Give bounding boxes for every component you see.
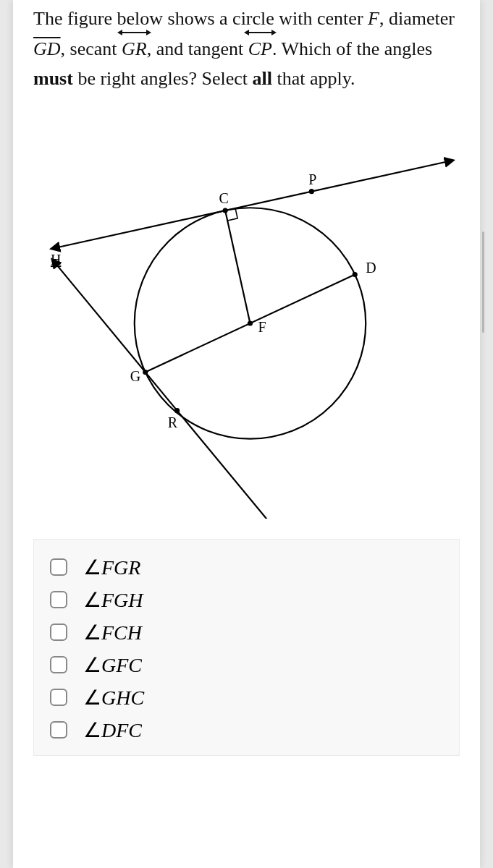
- option-fch[interactable]: ∠FCH: [50, 621, 443, 644]
- option-label: GHC: [101, 686, 144, 709]
- angle-symbol: ∠: [83, 654, 101, 676]
- label-R: R: [168, 414, 178, 430]
- angle-symbol: ∠: [83, 621, 101, 644]
- option-label: GFC: [101, 654, 142, 676]
- q-text: , and tangent: [147, 38, 248, 59]
- label-F: F: [258, 319, 266, 335]
- checkbox[interactable]: [50, 624, 67, 641]
- point-R: [174, 408, 180, 413]
- segment-FC: [225, 210, 250, 323]
- point-C: [223, 208, 228, 213]
- angle-symbol: ∠: [83, 719, 101, 741]
- point-F: [248, 320, 253, 326]
- label-P: P: [308, 171, 316, 187]
- q-text: . Which of the angles: [272, 38, 432, 59]
- q-text: , diameter: [379, 8, 455, 29]
- q-text: that apply.: [272, 68, 355, 89]
- q-bold-must: must: [33, 68, 73, 89]
- angle-symbol: ∠: [83, 686, 101, 709]
- point-P: [309, 189, 314, 194]
- option-ghc[interactable]: ∠GHC: [50, 686, 443, 710]
- q-text: , secant: [61, 38, 122, 59]
- angle-symbol: ∠: [83, 589, 101, 611]
- checkbox[interactable]: [50, 721, 67, 739]
- checkbox[interactable]: [50, 689, 67, 706]
- point-G: [143, 370, 148, 375]
- option-label: DFC: [101, 719, 142, 741]
- q-line-GR: GR: [122, 33, 147, 64]
- line-CP: [54, 161, 451, 248]
- circle-diagram: P C H D F G R: [33, 106, 460, 519]
- q-bold-all: all: [253, 68, 272, 89]
- scroll-indicator: [482, 231, 484, 333]
- angle-symbol: ∠: [83, 556, 101, 579]
- label-H: H: [51, 252, 61, 268]
- option-label: FCH: [101, 621, 142, 644]
- option-dfc[interactable]: ∠DFC: [50, 718, 443, 742]
- q-center-F: F: [368, 8, 379, 29]
- label-D: D: [366, 260, 376, 276]
- q-text: The figure below shows a circle with cen…: [33, 8, 368, 29]
- option-gfc[interactable]: ∠GFC: [50, 653, 443, 677]
- option-label: FGH: [101, 589, 143, 611]
- option-fgh[interactable]: ∠FGH: [50, 588, 443, 612]
- question-card: The figure below shows a circle with cen…: [13, 0, 480, 868]
- label-G: G: [130, 368, 140, 384]
- option-label: FGR: [101, 556, 140, 579]
- answer-options: ∠FGR ∠FGH ∠FCH ∠GFC ∠GHC ∠DFC: [33, 539, 460, 756]
- option-fgr[interactable]: ∠FGR: [50, 556, 443, 579]
- checkbox[interactable]: [50, 591, 67, 608]
- checkbox[interactable]: [50, 656, 67, 673]
- q-text: be right angles? Select: [73, 68, 253, 89]
- q-line-CP: CP: [248, 33, 272, 64]
- q-segment-GD: GD: [33, 38, 61, 59]
- checkbox[interactable]: [50, 558, 67, 576]
- point-D: [353, 272, 358, 277]
- label-C: C: [219, 190, 229, 206]
- question-text: The figure below shows a circle with cen…: [33, 4, 460, 93]
